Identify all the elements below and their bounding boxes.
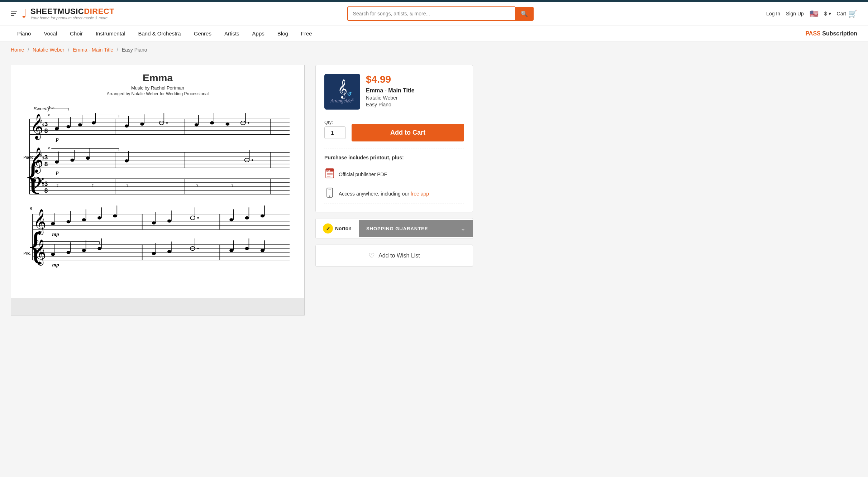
perk-app: Access anywhere, including our free app — [324, 184, 464, 203]
heart-icon: ♡ — [368, 251, 375, 260]
norton-check: ✓ Norton — [323, 223, 352, 233]
svg-point-23 — [125, 124, 129, 127]
sheet-title: Emma — [22, 72, 294, 84]
nav-item-choir[interactable]: Choir — [63, 25, 89, 42]
svg-point-38 — [248, 122, 249, 124]
svg-text:3: 3 — [44, 180, 48, 187]
svg-text:{: { — [27, 224, 45, 267]
product-info: $4.99 Emma - Main Title Natalie Weber Ea… — [366, 74, 464, 110]
svg-point-157 — [229, 249, 233, 252]
wish-list-label: Add to Wish List — [378, 252, 420, 259]
sheet-music-container: Emma Music by Rachel Portman Arranged by… — [11, 65, 304, 298]
nav-item-blog[interactable]: Blog — [271, 25, 295, 42]
logo-area[interactable]: ♩ SHEETMUSICDIRECT Your home for premium… — [11, 7, 114, 20]
qty-input[interactable] — [324, 126, 346, 139]
norton-logo-area: ✓ Norton — [316, 218, 359, 238]
svg-point-149 — [152, 252, 156, 255]
wish-list-button[interactable]: ♡ Add to Wish List — [315, 245, 473, 267]
nav-bar: Piano Vocal Choir Instrumental Band & Or… — [0, 25, 868, 42]
svg-text:3: 3 — [44, 120, 48, 127]
purchase-includes: Purchase includes printout, plus: PDF — [324, 149, 464, 203]
svg-text:8: 8 — [48, 113, 50, 117]
svg-point-29 — [166, 122, 168, 124]
pass-subscription[interactable]: PASS Subscription — [805, 30, 857, 37]
svg-point-31 — [195, 123, 199, 126]
free-app-link[interactable]: free app — [411, 191, 429, 197]
logo-tagline: Your home for premium sheet music & more — [30, 16, 114, 20]
svg-point-125 — [261, 215, 264, 218]
login-link[interactable]: Log In — [766, 11, 780, 16]
breadcrumb-piece[interactable]: Emma - Main Title — [73, 47, 113, 53]
svg-point-151 — [167, 250, 171, 253]
norton-check-icon: ✓ — [323, 223, 333, 233]
svg-text:mp: mp — [52, 261, 59, 268]
svg-point-102 — [51, 222, 55, 225]
svg-point-18 — [78, 123, 82, 126]
svg-point-62 — [86, 156, 90, 160]
logo-text: SHEETMUSICDIRECT Your home for premium s… — [30, 7, 114, 20]
search-area: 🔍 — [347, 6, 534, 21]
product-artist: Natalie Weber — [366, 95, 464, 101]
nav-item-piano[interactable]: Piano — [11, 25, 37, 42]
pass-label-normal: Subscription — [821, 30, 857, 37]
nav-item-artists[interactable]: Artists — [218, 25, 246, 42]
svg-text:8: 8 — [44, 187, 48, 194]
add-to-cart-button[interactable]: Add to Cart — [352, 124, 464, 141]
sheet-subtitle: Music by Rachel Portman — [22, 85, 294, 91]
svg-text:3: 3 — [44, 154, 48, 161]
svg-point-69 — [252, 159, 253, 161]
breadcrumb-artist[interactable]: Natalie Weber — [33, 47, 64, 53]
nav-item-band-orchestra[interactable]: Band & Orchestra — [132, 25, 187, 42]
norton-text: Norton — [335, 226, 352, 231]
nav-item-free[interactable]: Free — [295, 25, 319, 42]
svg-point-104 — [67, 220, 71, 223]
norton-inner: ✓ Norton SHOPPING GUARANTEE ⌄ — [316, 218, 473, 238]
nav-item-genres[interactable]: Genres — [187, 25, 218, 42]
cart-button[interactable]: Cart 🛒 — [837, 9, 857, 18]
search-button[interactable]: 🔍 — [515, 7, 534, 21]
arrangeme-brand-label: ArrangeMe® — [330, 98, 354, 103]
svg-text:𝄞: 𝄞 — [30, 114, 43, 140]
currency-selector[interactable]: $ ▾ — [824, 11, 831, 16]
svg-point-110 — [113, 215, 117, 218]
breadcrumb-home[interactable]: Home — [11, 47, 24, 53]
svg-text:mp: mp — [52, 231, 59, 237]
svg-text:8: 8 — [44, 127, 48, 134]
search-icon: 🔍 — [521, 11, 528, 17]
cart-label: Cart — [837, 11, 846, 16]
svg-point-140 — [51, 253, 55, 256]
purchase-includes-title: Purchase includes printout, plus: — [324, 155, 464, 160]
nav-links: Piano Vocal Choir Instrumental Band & Or… — [11, 25, 319, 42]
norton-guarantee-card[interactable]: ✓ Norton SHOPPING GUARANTEE ⌄ — [315, 218, 473, 239]
svg-text:PDF: PDF — [326, 170, 331, 172]
svg-point-16 — [67, 125, 71, 129]
qty-cart-row: Qty: Add to Cart — [324, 117, 464, 141]
svg-point-65 — [125, 159, 129, 163]
svg-point-14 — [55, 127, 59, 130]
nav-item-apps[interactable]: Apps — [246, 25, 271, 42]
svg-text:Sweetly: Sweetly — [33, 106, 50, 111]
product-top: 𝄞 ↺ ArrangeMe® $4.99 Emma - Main Title N… — [324, 74, 464, 110]
header: ♩ SHEETMUSICDIRECT Your home for premium… — [0, 2, 868, 25]
nav-item-instrumental[interactable]: Instrumental — [89, 25, 132, 42]
product-card: 𝄞 ↺ ArrangeMe® $4.99 Emma - Main Title N… — [315, 65, 473, 212]
header-actions: Log In Sign Up 🇺🇸 $ ▾ Cart 🛒 — [766, 9, 857, 18]
signup-link[interactable]: Sign Up — [786, 11, 804, 16]
svg-point-108 — [97, 216, 101, 220]
svg-point-173 — [329, 196, 330, 197]
svg-point-113 — [152, 221, 156, 225]
svg-point-121 — [229, 218, 233, 222]
breadcrumb-current: Easy Piano — [122, 47, 147, 53]
svg-point-25 — [140, 122, 144, 126]
pass-label-bold: PASS — [805, 30, 820, 37]
perk-app-text: Access anywhere, including our free app — [339, 191, 429, 197]
main-content: Emma Music by Rachel Portman Arranged by… — [0, 58, 868, 323]
arrow-icon: ↺ — [347, 91, 352, 97]
product-price: $4.99 — [366, 74, 464, 85]
perk-pdf: PDF Official publisher PDF — [324, 165, 464, 184]
svg-point-142 — [67, 251, 71, 254]
logo-name-black: SHEETMUSIC — [30, 7, 84, 16]
nav-item-vocal[interactable]: Vocal — [37, 25, 63, 42]
search-input[interactable] — [347, 6, 515, 21]
flag-icon[interactable]: 🇺🇸 — [810, 9, 819, 18]
